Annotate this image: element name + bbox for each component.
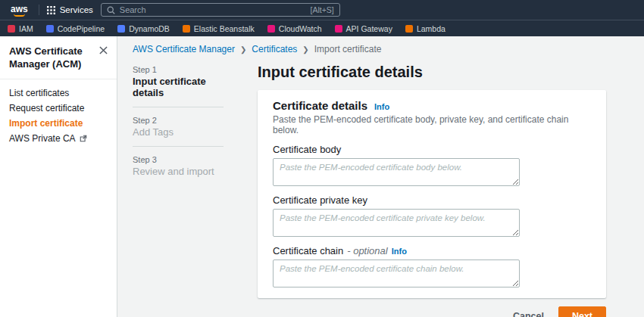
certificate-details-card: Certificate details Info Paste the PEM-e… [258,90,606,298]
favorites-item-api-gateway[interactable]: API Gateway [335,24,392,33]
form-column: Input certificate details Certificate de… [258,62,606,317]
favorites-item-label: API Gateway [346,24,392,33]
favorites-item-elastic-beanstalk[interactable]: Elastic Beanstalk [183,24,255,33]
favorites-item-lambda[interactable]: Lambda [405,24,445,33]
favorites-item-label: DynamoDB [129,24,170,33]
favorites-item-label: Elastic Beanstalk [194,24,255,33]
search-icon [107,6,115,14]
topbar-divider [39,5,39,15]
certificate-chain-textarea[interactable] [273,260,520,287]
search-shortcut: [Alt+S] [311,5,334,14]
field-label-text: Certificate chain [273,245,343,256]
sidebar-item-label: AWS Private CA [9,133,76,144]
field-info-link[interactable]: Info [392,247,407,256]
favorites-item-cloudwatch[interactable]: CloudWatch [267,24,322,33]
breadcrumb-link-acm[interactable]: AWS Certificate Manager [133,44,235,54]
breadcrumb-link-certificates[interactable]: Certificates [252,44,297,54]
form-actions: Cancel Next [258,306,606,317]
sidebar-item-request-certificate[interactable]: Request certificate [0,101,117,116]
step-2-title: Add Tags [133,126,224,138]
external-link-icon [80,135,87,142]
api-gateway-icon [335,25,342,33]
certificate-body-label: Certificate body [273,144,591,155]
sidebar-header: AWS Certificate Manager (ACM) [0,36,117,79]
favorites-item-label: IAM [19,24,33,33]
certificate-private-key-textarea[interactable] [273,209,520,237]
sidebar-item-import-certificate[interactable]: Import certificate [0,116,117,131]
step-2: Step 2 Add Tags [133,116,224,138]
favorites-bar: IAM CodePipeline DynamoDB Elastic Beanst… [0,20,644,36]
sidebar-divider [0,79,117,79]
sidebar-item-aws-private-ca[interactable]: AWS Private CA [0,131,117,146]
aws-logo-text: aws [11,4,28,14]
card-title: Certificate details [273,99,367,112]
sidebar-item-list-certificates[interactable]: List certificates [0,85,117,101]
cloudwatch-icon [267,25,275,33]
step-2-label: Step 2 [133,116,224,125]
step-divider [133,146,224,147]
step-1: Step 1 Input certificate details [133,65,224,98]
certificate-body-field: Certificate body [273,144,591,186]
step-3-title: Review and import [133,166,224,177]
grid-icon [47,6,55,14]
favorites-item-codepipeline[interactable]: CodePipeline [46,24,105,33]
step-navigation: Step 1 Input certificate details Step 2 … [133,62,224,317]
field-label-text: Certificate body [273,144,341,155]
services-label: Services [60,5,93,14]
top-navigation-bar: aws Services [Alt+S] [0,0,644,20]
search-input[interactable] [120,5,306,14]
step-divider [133,107,224,107]
aws-logo[interactable]: aws [8,3,31,17]
certificate-private-key-label: Certificate private key [273,194,591,206]
aws-console-page: aws Services [Alt+S] [0,0,644,317]
content-area: AWS Certificate Manager (ACM) List certi… [0,36,644,317]
card-description: Paste the PEM-encoded certificate body, … [273,114,591,135]
favorites-item-label: CodePipeline [58,24,105,33]
close-icon[interactable] [98,45,109,55]
next-button[interactable]: Next [558,306,606,317]
breadcrumb-current: Import certificate [314,44,382,54]
sidebar: AWS Certificate Manager (ACM) List certi… [0,36,117,317]
page-title: Input certificate details [258,64,606,81]
certificate-chain-field: Certificate chain - optional Info [273,245,591,287]
certificate-private-key-field: Certificate private key [273,194,591,237]
favorites-item-dynamodb[interactable]: DynamoDB [117,24,170,33]
chevron-right-icon: ❯ [302,45,308,54]
elastic-beanstalk-icon [183,25,190,33]
codepipeline-icon [46,25,54,33]
step-1-title: Input certificate details [133,76,224,98]
certificate-chain-label: Certificate chain - optional Info [273,245,591,256]
favorites-item-label: Lambda [417,24,445,33]
sidebar-nav: List certificates Request certificate Im… [0,85,117,146]
step-1-label: Step 1 [133,65,224,74]
search-box[interactable]: [Alt+S] [101,3,340,17]
certificate-body-textarea[interactable] [273,158,520,186]
lambda-icon [405,25,413,33]
cancel-button[interactable]: Cancel [503,306,554,317]
field-label-text: Certificate private key [273,194,367,206]
step-3: Step 3 Review and import [133,155,224,177]
chevron-right-icon: ❯ [240,45,246,54]
card-info-link[interactable]: Info [374,102,389,111]
favorites-item-label: CloudWatch [279,24,322,33]
breadcrumb: AWS Certificate Manager ❯ Certificates ❯… [133,44,606,54]
favorites-item-iam[interactable]: IAM [8,24,33,33]
dynamodb-icon [117,25,125,33]
main-panel: AWS Certificate Manager ❯ Certificates ❯… [117,36,644,317]
sidebar-title: AWS Certificate Manager (ACM) [9,45,98,71]
services-button[interactable]: Services [47,5,93,14]
step-3-label: Step 3 [133,155,224,164]
optional-suffix: - optional [347,245,387,256]
iam-icon [8,25,15,33]
